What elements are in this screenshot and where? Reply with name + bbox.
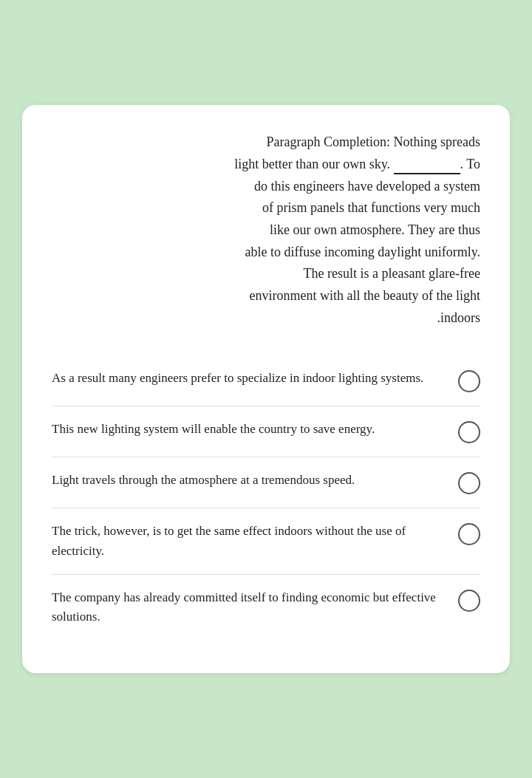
paragraph-section: Paragraph Completion: Nothing spreads li… <box>52 132 480 329</box>
option-text-5: The company has already committed itself… <box>52 588 458 627</box>
paragraph-line-9: .indoors <box>52 307 480 330</box>
list-item[interactable]: Light travels through the atmosphere at … <box>52 457 480 508</box>
list-item[interactable]: The company has already committed itself… <box>52 575 480 641</box>
paragraph-line-7: The result is a pleasant glare-free <box>52 263 480 285</box>
option-text-1: As a result many engineers prefer to spe… <box>52 369 458 388</box>
fill-in-blank <box>394 173 460 174</box>
main-card: Paragraph Completion: Nothing spreads li… <box>22 105 510 673</box>
option-text-2: This new lighting system will enable the… <box>52 420 458 439</box>
radio-button-1[interactable] <box>458 370 480 392</box>
paragraph-line-3: do this engineers have developed a syste… <box>52 176 480 198</box>
paragraph-line-8: environment with all the beauty of the l… <box>52 285 480 307</box>
paragraph-line-1: Paragraph Completion: Nothing spreads <box>52 132 480 154</box>
paragraph-line-2: light better than our own sky. . To <box>52 154 480 176</box>
radio-button-2[interactable] <box>458 421 480 443</box>
list-item[interactable]: As a result many engineers prefer to spe… <box>52 355 480 406</box>
list-item[interactable]: The trick, however, is to get the same e… <box>52 508 480 574</box>
radio-button-4[interactable] <box>458 523 480 545</box>
radio-button-3[interactable] <box>458 472 480 494</box>
paragraph-line-5: like our own atmosphere. They are thus <box>52 219 480 242</box>
options-section: As a result many engineers prefer to spe… <box>52 355 480 640</box>
paragraph-line-4: of prism panels that functions very much <box>52 197 480 219</box>
option-text-4: The trick, however, is to get the same e… <box>52 522 458 561</box>
list-item[interactable]: This new lighting system will enable the… <box>52 406 480 457</box>
radio-button-5[interactable] <box>458 590 480 612</box>
paragraph-line-6: able to diffuse incoming daylight unifor… <box>52 242 480 264</box>
option-text-3: Light travels through the atmosphere at … <box>52 471 458 490</box>
